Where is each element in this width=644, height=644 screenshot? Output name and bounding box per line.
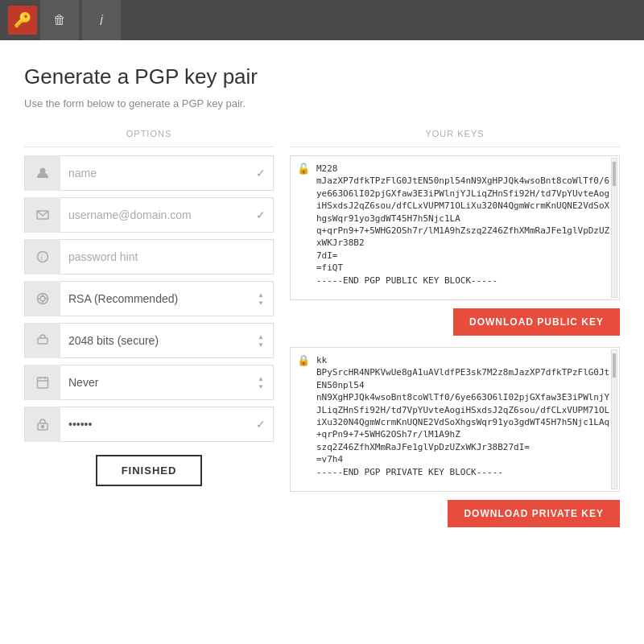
svg-point-4 — [40, 296, 45, 301]
password-icon — [25, 407, 60, 442]
expiry-field-row: Never ▲ ▼ — [24, 365, 274, 400]
algo-icon — [25, 281, 60, 316]
name-check-icon: ✓ — [249, 167, 273, 180]
bits-icon — [25, 323, 60, 358]
name-input[interactable] — [60, 156, 249, 190]
password-input[interactable] — [60, 407, 249, 441]
public-key-textarea[interactable]: M228 mJazXP7dfkTPzFlG0JtEN50npl54nN9XgHP… — [291, 156, 619, 297]
key-logo-icon: 🔑 — [14, 11, 31, 29]
hint-input[interactable] — [60, 240, 273, 274]
email-input[interactable] — [60, 198, 249, 232]
password-field-row: ✓ — [24, 407, 274, 442]
expiry-icon — [25, 365, 60, 400]
trash-icon: 🗑 — [53, 13, 66, 27]
two-column-layout: OPTIONS ✓ ✓ i — [24, 129, 620, 539]
svg-point-16 — [42, 426, 44, 428]
public-key-box: 🔓 M228 mJazXP7dfkTPzFlG0JtEN50npl54nN9Xg… — [290, 155, 620, 300]
bits-select[interactable]: 2048 bits (secure) — [60, 324, 254, 357]
bits-field-row: 2048 bits (secure) ▲ ▼ — [24, 323, 274, 358]
hint-icon: i — [25, 239, 60, 275]
public-key-lock-icon: 🔓 — [297, 163, 310, 175]
svg-point-2 — [38, 252, 48, 262]
page-title: Generate a PGP key pair — [24, 64, 620, 89]
svg-rect-10 — [38, 338, 47, 344]
svg-text:i: i — [41, 254, 43, 262]
private-key-box: 🔒 kk BPySrcHR4NPKVwUe8gA1uAVldfPE3sk7M2z… — [290, 347, 620, 492]
public-key-scrollbar[interactable] — [611, 158, 617, 298]
download-private-key-button[interactable]: DOWNLOAD PRIVATE KEY — [448, 500, 620, 527]
keys-header: YOUR KEYS — [290, 129, 620, 147]
private-key-scrollbar[interactable] — [611, 349, 617, 489]
download-public-key-button[interactable]: DOWNLOAD PUBLIC KEY — [453, 308, 620, 336]
options-column: OPTIONS ✓ ✓ i — [24, 129, 274, 539]
email-icon — [25, 197, 60, 233]
private-key-scrollbar-thumb — [613, 353, 616, 378]
svg-rect-11 — [38, 378, 48, 388]
email-field-row: ✓ — [24, 197, 274, 233]
hint-field-row: i — [24, 239, 274, 275]
top-bar: 🔑 🗑 i — [0, 0, 644, 40]
user-icon — [25, 155, 60, 191]
name-field-row: ✓ — [24, 155, 274, 191]
public-key-scrollbar-thumb — [613, 162, 616, 186]
expiry-arrow-icon: ▲ ▼ — [254, 375, 273, 390]
main-content: Generate a PGP key pair Use the form bel… — [0, 40, 644, 644]
algo-arrow-icon: ▲ ▼ — [254, 291, 273, 307]
app-logo: 🔑 — [8, 6, 37, 35]
private-key-textarea[interactable]: kk BPySrcHR4NPKVwUe8gA1uAVldfPE3sk7M2z8m… — [291, 348, 619, 489]
page-subtitle: Use the form below to generate a PGP key… — [24, 97, 620, 109]
password-check-icon: ✓ — [249, 418, 273, 431]
finished-button[interactable]: FINISHED — [96, 455, 203, 486]
bits-arrow-icon: ▲ ▼ — [254, 333, 273, 349]
info-icon: i — [100, 12, 103, 29]
info-button[interactable]: i — [82, 0, 121, 40]
algo-select[interactable]: RSA (Recommended) — [60, 282, 254, 316]
expiry-select[interactable]: Never — [60, 365, 254, 399]
options-header: OPTIONS — [24, 129, 274, 147]
email-check-icon: ✓ — [249, 208, 273, 221]
algo-field-row: RSA (Recommended) ▲ ▼ — [24, 281, 274, 316]
trash-button[interactable]: 🗑 — [40, 0, 79, 40]
keys-column: YOUR KEYS 🔓 M228 mJazXP7dfkTPzFlG0JtEN50… — [290, 129, 620, 539]
private-key-lock-icon: 🔒 — [297, 354, 310, 366]
